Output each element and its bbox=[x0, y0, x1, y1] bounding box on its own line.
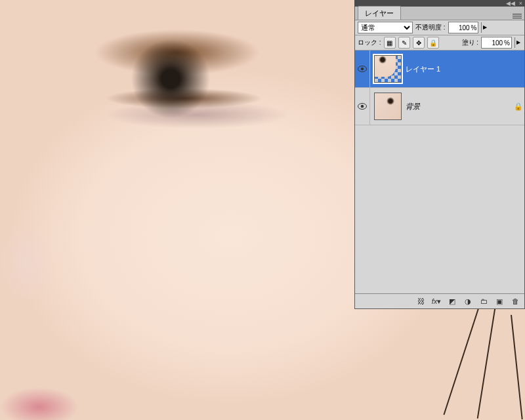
opacity-label: 不透明度 : bbox=[415, 23, 446, 32]
image-detail bbox=[511, 315, 523, 419]
tab-layers[interactable]: レイヤー bbox=[358, 6, 401, 20]
opacity-suffix: % bbox=[471, 24, 478, 32]
fill-suffix: % bbox=[504, 39, 511, 47]
image-detail bbox=[443, 308, 478, 415]
svg-point-1 bbox=[361, 68, 364, 71]
opacity-field[interactable]: % bbox=[448, 22, 479, 33]
adjustment-icon[interactable]: ◑ bbox=[463, 296, 473, 306]
close-icon[interactable]: × bbox=[519, 1, 522, 7]
fill-input[interactable] bbox=[482, 39, 504, 47]
panel-menu-icon[interactable] bbox=[513, 12, 522, 20]
lock-label: ロック : bbox=[358, 38, 381, 47]
blend-mode-select[interactable]: 通常 bbox=[358, 22, 413, 33]
svg-point-3 bbox=[361, 105, 364, 108]
new-layer-icon[interactable]: ▣ bbox=[494, 296, 505, 306]
fill-label: 塗り : bbox=[462, 38, 479, 47]
blend-opacity-row: 通常 不透明度 : % ▶ bbox=[355, 20, 524, 35]
visibility-toggle[interactable] bbox=[355, 88, 370, 125]
lock-transparency-icon[interactable]: ▦ bbox=[384, 37, 396, 49]
fx-icon[interactable]: fx▾ bbox=[431, 296, 442, 306]
opacity-flyout-icon[interactable]: ▶ bbox=[481, 22, 488, 33]
fill-flyout-icon[interactable]: ▶ bbox=[514, 37, 522, 48]
lock-position-icon[interactable]: ✥ bbox=[413, 37, 425, 49]
lock-pixels-icon[interactable]: ✎ bbox=[398, 37, 410, 49]
panel-footer: ⛓ fx▾ ◩ ◑ 🗀 ▣ 🗑 bbox=[355, 293, 524, 308]
lock-all-icon[interactable]: 🔒 bbox=[427, 37, 439, 49]
layer-row[interactable]: レイヤー 1 bbox=[355, 51, 524, 88]
fill-field[interactable]: % bbox=[481, 37, 512, 49]
visibility-toggle[interactable] bbox=[355, 51, 370, 87]
layer-thumbnail[interactable] bbox=[374, 93, 402, 120]
opacity-input[interactable] bbox=[449, 24, 471, 32]
mask-icon[interactable]: ◩ bbox=[447, 296, 457, 306]
link-layers-icon[interactable]: ⛓ bbox=[415, 296, 426, 306]
group-icon[interactable]: 🗀 bbox=[478, 296, 489, 306]
layer-name[interactable]: 背景 bbox=[406, 102, 513, 112]
panel-tab-row: レイヤー bbox=[355, 7, 524, 20]
layer-row[interactable]: 背景🔒 bbox=[355, 88, 524, 125]
layer-list: レイヤー 1背景🔒 bbox=[355, 51, 524, 293]
lock-indicator-icon: 🔒 bbox=[513, 102, 524, 111]
layer-thumbnail[interactable] bbox=[374, 55, 402, 83]
lock-fill-row: ロック : ▦ ✎ ✥ 🔒 塗り : % ▶ bbox=[355, 35, 524, 51]
layer-name[interactable]: レイヤー 1 bbox=[406, 64, 513, 74]
collapse-icon[interactable]: ◀◀ bbox=[506, 1, 515, 7]
layers-panel: ◀◀ × レイヤー 通常 不透明度 : % ▶ ロック : ▦ ✎ ✥ 🔒 塗り… bbox=[354, 0, 525, 309]
trash-icon[interactable]: 🗑 bbox=[510, 296, 520, 306]
